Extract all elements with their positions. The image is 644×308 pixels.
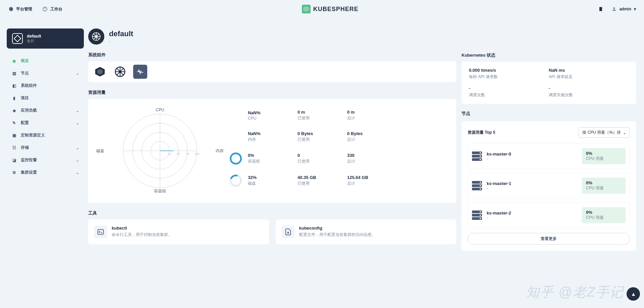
cluster-sub: 集群 [27,39,41,44]
kubernetes-component-icon[interactable] [113,65,127,79]
workloads-icon: ◆ [11,108,17,113]
cluster-name: default [27,34,41,39]
view-more-button[interactable]: 查看更多 [468,233,630,245]
node-usage-bar: 0%CPU 用量 [582,207,626,223]
node-usage-bar: 0%CPU 用量 [582,148,626,164]
resource-row-pods[interactable]: 0%容器组 0已使用 330总计 [227,148,451,169]
k8s-status-card: 0.000 times/s每秒 API 请求数 NaN msAPI 请求延迟 -… [462,62,636,104]
nav-components[interactable]: ◧ 系统组件 [7,79,84,92]
right-column: Kubernetes 状态 0.000 times/s每秒 API 请求数 Na… [462,53,636,251]
storage-icon: ☷ [11,145,17,150]
stat-schedule-count: -调度次数 [469,86,549,98]
node-usage-bar: 0%CPU 用量 [582,178,626,194]
system-components-card [88,61,456,82]
topbar: 平台管理 工作台 KUBESPHERE admin ▾ [0,0,644,18]
donut-icon [230,152,242,165]
workbench-menu[interactable]: 工作台 [42,6,62,12]
components-icon: ◧ [11,83,17,88]
resource-usage-card: CPU 内存 容器组 磁盘 2550 75100 [88,99,456,203]
chevron-down-icon: ⌄ [623,130,626,135]
page-title: default [109,29,133,38]
kubesphere-component-icon[interactable] [93,65,107,79]
node-row[interactable]: ks-master-2- 0%CPU 用量 [468,202,630,228]
dashboard-icon [42,6,48,12]
chevron-down-icon: ⌄ [76,108,79,113]
svg-point-2 [613,7,615,9]
resource-row-cpu[interactable]: NaN%CPU 0 m已使用 0 m总计 [227,106,451,125]
chevron-down-icon: ▾ [634,7,636,11]
brand-logo[interactable]: KUBESPHERE [302,5,359,13]
chevron-down-icon: ⌄ [76,158,79,163]
svg-text:25: 25 [168,152,171,156]
nav-cluster-settings[interactable]: ⚙ 集群设置 ⌄ [7,166,84,179]
node-row[interactable]: ks-master-1- 0%CPU 用量 [468,173,630,199]
cluster-card[interactable]: default 集群 [7,28,84,49]
user-icon [611,6,617,12]
nav-crd[interactable]: ▣ 定制资源定义 [7,129,84,141]
nav-monitoring[interactable]: ◪ 监控告警 ⌄ [7,154,84,166]
sidebar: default 集群 ◉ 概览 ▤ 节点 ⌄ ◧ 系统组件 ▮ 项目 ◆ 应用负… [7,28,84,179]
chevron-down-icon: ⌄ [76,170,79,175]
platform-menu[interactable]: 平台管理 [8,6,32,12]
cluster-icon [12,33,23,44]
user-menu[interactable]: admin ▾ [611,6,636,12]
chevron-down-icon: ⌄ [76,145,79,150]
bookmark-icon[interactable] [598,6,603,12]
nav-workloads[interactable]: ◆ 应用负载 ⌄ [7,104,84,117]
server-icon [472,151,482,161]
section-k8s-title: Kubernetes 状态 [462,52,636,58]
nav-storage[interactable]: ☷ 存储 ⌄ [7,141,84,154]
terminal-icon [94,226,107,238]
helm-icon [88,28,104,45]
svg-text:100: 100 [194,152,199,156]
resource-row-memory[interactable]: NaN%内存 0 Bytes已使用 0 Bytes总计 [227,127,451,146]
radar-chart: CPU 内存 容器组 磁盘 2550 75100 [93,106,227,196]
section-nodes-title: 节点 [462,111,636,117]
section-components-title: 系统组件 [88,52,456,58]
node-row[interactable]: ks-master-0- 0%CPU 用量 [468,143,630,169]
config-icon: ✎ [11,120,17,126]
page-header: default - [88,28,456,45]
nodes-icon: ▤ [11,71,17,76]
main-content: default - 系统组件 资源用量 CPU 内存 容器组 磁盘 [88,28,456,244]
stat-schedule-fail: -调度失败次数 [549,86,629,98]
top5-card: 资源用量 Top 5 按 CPU 用量（%）排 ⌄ ks-master-0- 0… [462,121,636,251]
svg-text:50: 50 [177,152,180,156]
download-file-icon [282,226,294,238]
sort-select[interactable]: 按 CPU 用量（%）排 ⌄ [579,127,630,138]
svg-text:75: 75 [186,152,189,156]
section-resource-title: 资源用量 [88,89,456,96]
stat-api-latency: NaN msAPI 请求延迟 [549,68,629,80]
donut-icon [230,175,242,187]
overview-icon: ◉ [11,58,17,64]
resource-list: NaN%CPU 0 m已使用 0 m总计 NaN%内存 0 Bytes已使用 0… [227,106,451,196]
section-tools-title: 工具 [88,210,456,216]
tool-kubectl[interactable]: kubectl 命令行工具，用于控制当前集群。 [88,220,269,244]
chevron-down-icon: ⌄ [76,121,79,125]
projects-icon: ▮ [11,96,17,101]
watermark: 知乎 @老Z手记 [526,283,624,301]
resource-row-disk[interactable]: 32%磁盘 40.35 GB已使用 125.64 GB总计 [227,171,451,191]
nav-projects[interactable]: ▮ 项目 [7,92,84,104]
page-sub: - [109,39,133,44]
server-icon [472,210,482,220]
svg-rect-28 [98,230,104,235]
chevron-down-icon: ⌄ [76,71,79,76]
server-icon [472,181,482,190]
monitoring-component-icon[interactable] [133,65,147,79]
tool-kubeconfig[interactable]: kubeconfig 配置文件，用于配置当前集群的访问信息。 [276,220,457,244]
top5-title: 资源用量 Top 5 [468,130,495,135]
logo-icon [302,5,311,13]
svg-rect-1 [599,7,602,11]
stat-api-rps: 0.000 times/s每秒 API 请求数 [469,68,549,80]
nav-overview[interactable]: ◉ 概览 [7,55,84,67]
tools-row: kubectl 命令行工具，用于控制当前集群。 kubeconfig 配置文件，… [88,220,456,244]
nav-config[interactable]: ✎ 配置 ⌄ [7,117,84,129]
fab-button[interactable]: ▴ [627,287,640,301]
crd-icon: ▣ [11,133,17,138]
monitoring-icon: ◪ [11,158,17,163]
gear-icon [8,6,13,12]
settings-icon: ⚙ [11,170,17,175]
nav-nodes[interactable]: ▤ 节点 ⌄ [7,67,84,79]
